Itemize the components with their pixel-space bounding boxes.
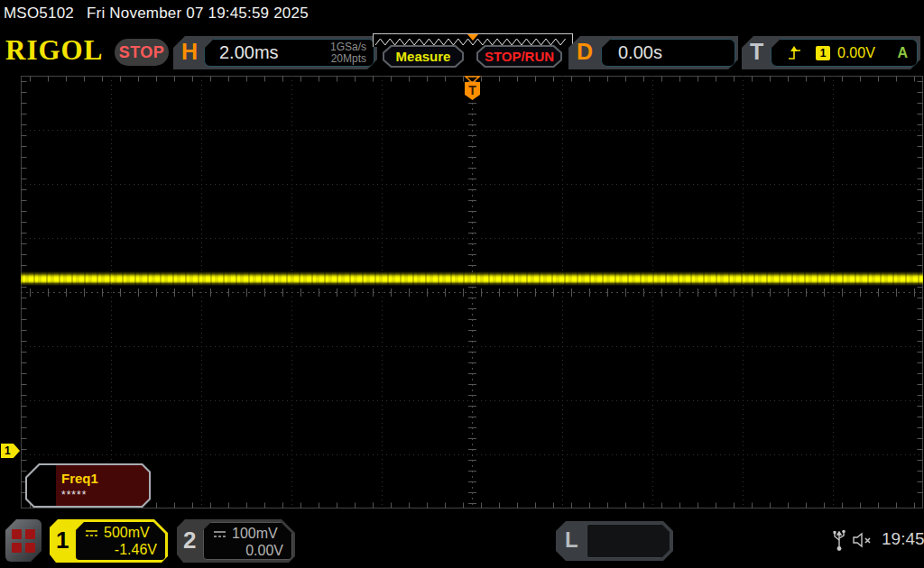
dc-coupling-icon	[85, 528, 98, 537]
measurement-value: *****	[61, 489, 149, 501]
channel2-number: 2	[183, 527, 196, 554]
stop-run-button-label: STOP/RUN	[478, 47, 560, 66]
acquisition-info: 1GSa/s 20Mpts	[330, 41, 366, 65]
grid-lines: T	[21, 76, 923, 508]
measurement-title: Freq1	[61, 471, 149, 486]
windows-menu-button[interactable]	[5, 519, 42, 562]
channel1-marker-label: 1	[5, 444, 11, 457]
channel2-scale: 100mV	[232, 526, 278, 542]
channel1-level-marker[interactable]: 1	[1, 444, 20, 458]
memory-depth: 20Mpts	[331, 52, 366, 65]
delay-box: 0.00s	[601, 39, 735, 67]
waveform-memory-preview[interactable]	[373, 33, 573, 47]
channel2-status-button[interactable]: 2 100mV 0.00V	[177, 519, 295, 563]
horizontal-settings-button[interactable]: H 2.00ms 1GSa/s 20Mpts	[173, 36, 377, 69]
graticule[interactable]: T	[21, 76, 923, 508]
svg-text:T: T	[468, 83, 476, 97]
grid-icon	[12, 529, 35, 553]
run-state-badge: STOP	[115, 39, 169, 66]
channel1-status-button[interactable]: 1 500mV -1.46V	[50, 519, 168, 563]
rising-edge-icon	[788, 46, 801, 60]
rigol-logo: RIGOL	[5, 34, 103, 67]
horizontal-label: H	[181, 39, 198, 65]
model-name: MSO5102	[4, 5, 74, 22]
trigger-level-value: 0.00V	[837, 45, 875, 61]
oscilloscope-screen: MSO5102Fri November 07 19:45:59 2025 RIG…	[0, 0, 924, 568]
delay-label: D	[577, 39, 593, 65]
trigger-sweep-mode: A	[897, 45, 908, 61]
channel2-offset: 0.00V	[213, 543, 283, 559]
trigger-position-marker[interactable]: T	[465, 77, 480, 100]
datetime: Fri November 07 19:45:59 2025	[87, 5, 309, 22]
stop-run-button[interactable]: STOP/RUN	[476, 45, 562, 68]
delay-settings-button[interactable]: D 0.00s	[568, 36, 738, 69]
channel1-offset: -1.46V	[85, 542, 157, 558]
channel1-scale: 500mV	[104, 525, 150, 541]
sample-rate: 1GSa/s	[330, 41, 366, 53]
dc-coupling-icon	[213, 529, 226, 538]
measure-button[interactable]: Measure	[383, 45, 464, 68]
preview-trigger-position-icon	[467, 34, 478, 41]
speaker-muted-icon	[852, 531, 877, 549]
measurement-box[interactable]: Freq1 *****	[25, 463, 151, 508]
trigger-box: 1 0.00V A	[771, 39, 918, 67]
trigger-label: T	[750, 39, 763, 65]
usb-icon	[832, 527, 846, 553]
trigger-settings-button[interactable]: T 1 0.00V A	[742, 36, 920, 69]
timebase-value: 2.00ms	[219, 42, 279, 63]
channel1-number: 1	[56, 527, 69, 554]
timebase-box: 2.00ms 1GSa/s 20Mpts	[204, 39, 374, 67]
channel1-waveform-trace	[21, 271, 923, 286]
logic-channels-button[interactable]: L 0 1 2 3 4 5 6 7 8 9 10 11 12 13 14 15	[556, 521, 673, 561]
measure-button-label: Measure	[384, 47, 462, 66]
logic-channels-row1: 0 1 2 3 4 5 6 7	[595, 561, 670, 568]
status-bar: MSO5102Fri November 07 19:45:59 2025	[4, 5, 321, 23]
trigger-source-badge: 1	[816, 46, 830, 60]
delay-value: 0.00s	[618, 42, 662, 63]
clock: 19:45	[882, 529, 924, 549]
logic-label: L	[565, 527, 578, 553]
